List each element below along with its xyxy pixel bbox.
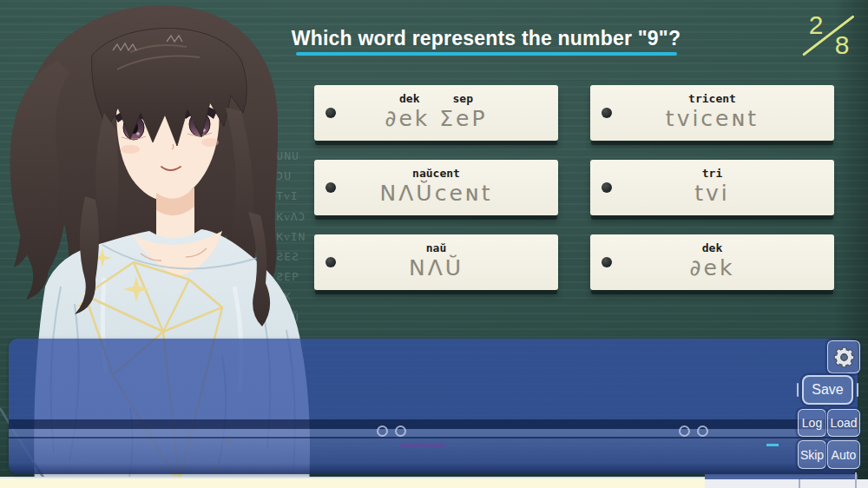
log-button[interactable]: Log: [798, 409, 826, 437]
binder-ring: [395, 425, 406, 437]
answer-script: ∂ek ƩeP: [314, 106, 558, 131]
answer-script: tᴠi: [590, 181, 834, 206]
binder-ring: [377, 425, 388, 437]
score-counter: 2 8: [797, 3, 866, 63]
gear-icon: [832, 346, 856, 369]
answer-option-6[interactable]: dek ∂ek: [590, 234, 834, 290]
answer-option-1[interactable]: dek sep ∂ek ƩeP: [314, 85, 558, 141]
answer-label: naŭcent: [412, 167, 460, 180]
settings-button[interactable]: [827, 340, 860, 373]
binder-ring: [697, 425, 708, 437]
auto-button[interactable]: Auto: [827, 440, 860, 469]
desk-paper: [0, 477, 705, 488]
desk-seam: [799, 479, 800, 488]
textbox-bottom-edge: [9, 463, 858, 474]
answer-label: naŭ: [426, 241, 446, 254]
desk-seam: [855, 472, 857, 488]
answer-option-2[interactable]: tricent tᴠiceɴt: [590, 85, 834, 141]
answer-script: NΛŬceɴt: [314, 181, 558, 206]
answer-labels: tricent: [590, 92, 834, 105]
answer-label: sep: [453, 92, 473, 105]
answer-label: tricent: [688, 92, 736, 105]
load-button[interactable]: Load: [827, 409, 860, 437]
answer-labels: dek sep: [314, 92, 558, 105]
eye-highlight: [136, 132, 140, 135]
answer-script: ∂ek: [590, 255, 834, 280]
answer-label: dek: [399, 92, 419, 105]
blush-right: [201, 138, 219, 147]
blush-left: [121, 145, 140, 154]
answer-label: dek: [702, 241, 722, 254]
answer-option-3[interactable]: naŭcent NΛŬceɴt: [314, 160, 558, 215]
desk-paper-right: [705, 479, 868, 488]
score-total: 8: [830, 30, 854, 60]
textbox-navy-bar: [9, 419, 858, 429]
answer-labels: naŭ: [314, 241, 558, 254]
answer-option-4[interactable]: tri tᴠi: [590, 160, 834, 215]
textbox-lower-band: [9, 439, 858, 463]
binder-ring: [679, 425, 690, 437]
save-button[interactable]: Save: [802, 375, 853, 405]
answer-label: tri: [702, 167, 722, 180]
question-text: Which word represents the number "9"?: [139, 27, 833, 50]
purple-accent-bar: [399, 444, 445, 448]
answer-script: NΛŬ: [314, 255, 558, 280]
cyan-accent-line: [766, 444, 779, 446]
answer-labels: dek: [590, 241, 834, 254]
textbox-band: [9, 429, 858, 437]
answer-labels: naŭcent: [314, 167, 558, 180]
question-underline: [296, 52, 677, 56]
answer-option-5[interactable]: naŭ NΛŬ: [314, 234, 558, 290]
answer-labels: tri: [590, 167, 834, 180]
skip-button[interactable]: Skip: [798, 440, 826, 469]
game-screen: 1 = UNU 2 = ƆU 3 = TᴠI 4 = KᴠΛƆ 5 = KᴠIN…: [0, 0, 868, 488]
answer-script: tᴠiceɴt: [590, 106, 834, 131]
dialogue-box[interactable]: [9, 339, 858, 474]
